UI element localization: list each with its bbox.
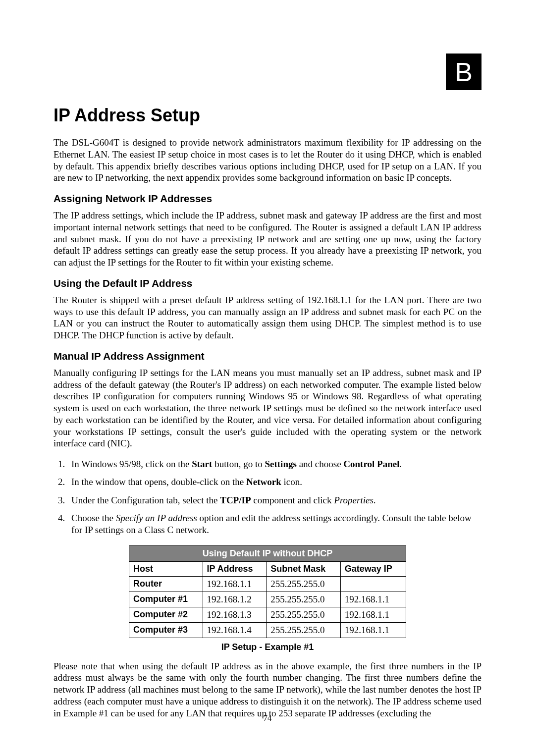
th-ip: IP Address [203,561,267,576]
step-text: and choose [297,459,343,469]
cell-host: Computer #1 [129,592,203,607]
step-text: In Windows 95/98, click on the [71,459,192,469]
step-text: Choose the [71,513,116,523]
table-row: Router 192.168.1.1 255.255.255.0 [129,576,406,592]
cell-mask: 255.255.255.0 [267,622,341,638]
section-heading-default-ip: Using the Default IP Address [54,277,482,289]
cell-host: Computer #3 [129,622,203,638]
step-text: component and click [251,495,334,505]
step-bold: Network [246,477,281,487]
table-row: Computer #1 192.168.1.2 255.255.255.0 19… [129,592,406,607]
step-2: In the window that opens, double-click o… [67,476,482,488]
section-heading-manual: Manual IP Address Assignment [54,350,482,362]
table-row: Computer #3 192.168.1.4 255.255.255.0 19… [129,622,406,638]
cell-mask: 255.255.255.0 [267,592,341,607]
step-text: . [374,495,376,505]
cell-gateway: 192.168.1.1 [340,592,406,607]
th-mask: Subnet Mask [267,561,341,576]
table-header-row: Host IP Address Subnet Mask Gateway IP [129,561,406,576]
cell-mask: 255.255.255.0 [267,607,341,622]
cell-gateway: 192.168.1.1 [340,607,406,622]
cell-ip: 192.168.1.3 [203,607,267,622]
step-1: In Windows 95/98, click on the Start but… [67,458,482,470]
table-row: Computer #2 192.168.1.3 255.255.255.0 19… [129,607,406,622]
cell-gateway [340,576,406,592]
section-heading-assigning: Assigning Network IP Addresses [54,193,482,205]
cell-ip: 192.168.1.2 [203,592,267,607]
step-bold: TCP/IP [220,495,251,505]
manual-steps: In Windows 95/98, click on the Start but… [54,458,482,537]
cell-ip: 192.168.1.4 [203,622,267,638]
cell-ip: 192.168.1.1 [203,576,267,592]
step-italic: Properties [334,495,374,505]
cell-host: Computer #2 [129,607,203,622]
default-ip-paragraph: The Router is shipped with a preset defa… [54,294,482,341]
step-text: In the window that opens, double-click o… [71,477,246,487]
ip-table: Using Default IP without DHCP Host IP Ad… [129,545,406,638]
closing-paragraph: Please note that when using the default … [54,660,482,719]
page-title: IP Address Setup [54,105,482,126]
ip-table-wrap: Using Default IP without DHCP Host IP Ad… [129,545,406,652]
appendix-badge: B [446,54,482,90]
th-gateway: Gateway IP [340,561,406,576]
cell-gateway: 192.168.1.1 [340,622,406,638]
cell-mask: 255.255.255.0 [267,576,341,592]
step-italic: Specify an IP address [116,513,197,523]
step-text: Under the Configuration tab, select the [71,495,220,505]
table-title: Using Default IP without DHCP [129,545,406,561]
step-text: . [399,459,402,469]
step-bold: Control Panel [343,459,399,469]
step-text: icon. [281,477,302,487]
intro-paragraph: The DSL-G604T is designed to provide net… [54,137,482,184]
step-bold: Settings [265,459,296,469]
page-content: B IP Address Setup The DSL-G604T is desi… [54,54,482,728]
step-bold: Start [192,459,212,469]
assigning-paragraph: The IP address settings, which include t… [54,210,482,269]
table-caption: IP Setup - Example #1 [129,642,406,652]
step-text: button, go to [212,459,265,469]
page-number: 74 [0,713,535,723]
th-host: Host [129,561,203,576]
table-title-row: Using Default IP without DHCP [129,545,406,561]
step-3: Under the Configuration tab, select the … [67,494,482,506]
step-4: Choose the Specify an IP address option … [67,512,482,537]
manual-paragraph: Manually configuring IP settings for the… [54,367,482,449]
cell-host: Router [129,576,203,592]
